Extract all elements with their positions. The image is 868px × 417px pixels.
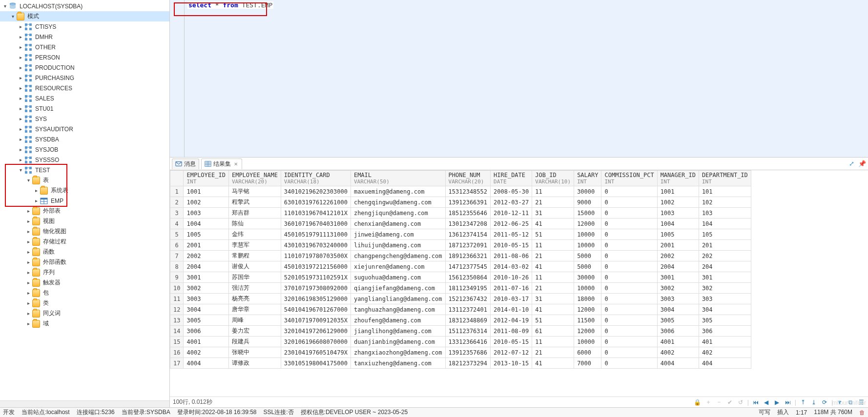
cell[interactable]: 3004 (657, 304, 699, 315)
cell[interactable]: 21 (532, 283, 574, 294)
expand-arrow[interactable] (25, 239, 31, 244)
cell[interactable]: 11500 (574, 315, 601, 326)
col-salary[interactable]: SALARYINT (574, 171, 601, 186)
expand-arrow[interactable] (18, 137, 23, 142)
object-tree[interactable]: LOCALHOST(SYSDBA)模式CTISYSDMHROTHERPERSON… (0, 0, 169, 400)
rownum-cell[interactable]: 17 (170, 358, 184, 369)
rownum-cell[interactable]: 5 (170, 229, 184, 240)
cell[interactable]: 204 (699, 261, 751, 272)
cell[interactable]: 305 (699, 315, 751, 326)
cell[interactable]: 10000 (574, 337, 601, 347)
expand-arrow[interactable] (25, 229, 31, 234)
tree-tables[interactable]: 表 (0, 175, 169, 185)
cell[interactable]: 2010-10-26 (491, 272, 532, 283)
expand-arrow[interactable] (18, 116, 23, 121)
cell[interactable]: 3002 (657, 283, 699, 294)
rownum-cell[interactable]: 11 (170, 294, 184, 304)
cell[interactable]: 34010719700912035X (281, 315, 351, 326)
cell[interactable]: 0 (601, 283, 657, 294)
cell[interactable]: 11010319670412101X (281, 208, 351, 218)
col-department_id[interactable]: DEPARTMENT_IDINT (699, 171, 751, 186)
tree-table-emp[interactable]: EMP (0, 196, 169, 206)
cell[interactable]: 2001 (657, 240, 699, 251)
table-row[interactable]: 143006姜力宏320104197206129000jianglihong@d… (170, 326, 751, 337)
cell[interactable]: 12000 (574, 326, 601, 337)
col-job_id[interactable]: JOB_IDVARCHAR(10) (532, 171, 574, 186)
cell[interactable]: zhengjiqun@dameng.com (351, 208, 445, 218)
cell[interactable]: 0 (601, 337, 657, 347)
cell[interactable]: 0 (601, 315, 657, 326)
delete-row-icon[interactable]: － (715, 398, 723, 406)
cell[interactable]: 1005 (184, 229, 228, 240)
cell[interactable]: 9000 (574, 197, 601, 208)
expand-arrow[interactable] (18, 34, 23, 40)
cell[interactable]: 2012-06-25 (491, 218, 532, 229)
tree-schema-purchasing[interactable]: PURCHASING (0, 73, 169, 83)
cell[interactable]: 11010719780703500X (281, 251, 351, 261)
tree-sys-tables[interactable]: 系统表 (0, 185, 169, 196)
rownum-cell[interactable]: 16 (170, 347, 184, 358)
cell[interactable]: 7000 (574, 358, 601, 369)
cell[interactable]: 0 (601, 218, 657, 229)
cell[interactable]: 0 (601, 240, 657, 251)
expand-arrow[interactable] (18, 55, 23, 60)
table-row[interactable]: 164002张晓中23010419760510479Xzhangxiaozhon… (170, 347, 751, 358)
tree-folder-物化视图[interactable]: 物化视图 (0, 226, 169, 237)
cell[interactable]: 1001 (657, 186, 699, 197)
expand-arrow[interactable] (18, 65, 23, 70)
tree-folder-函数[interactable]: 函数 (0, 247, 169, 257)
cell[interactable]: 2010-12-11 (491, 208, 532, 218)
cell[interactable]: 31 (532, 294, 574, 304)
col-employee_name[interactable]: EMPLOYEE_NAMEVARCHAR(20) (228, 171, 281, 186)
cell[interactable]: 13112372401 (445, 304, 490, 315)
cell[interactable]: 李慧军 (228, 240, 281, 251)
commit-icon[interactable]: ✔ (726, 398, 734, 406)
cell[interactable]: 谢俊人 (228, 261, 281, 272)
cell[interactable]: 段建兵 (228, 337, 281, 347)
cell[interactable]: tanghuazhang@dameng.com (351, 304, 445, 315)
table-row[interactable]: 103002强洁芳370107197308092000qiangjiefang@… (170, 283, 751, 294)
cell[interactable]: 2014-01-10 (491, 304, 532, 315)
cell[interactable]: 3005 (184, 315, 228, 326)
last-icon[interactable]: ⏭ (784, 398, 792, 406)
cell[interactable]: 51 (532, 229, 574, 240)
expand-arrow[interactable] (25, 321, 31, 326)
table-row[interactable]: 21002程擎武630103197612261000chengqingwu@da… (170, 197, 751, 208)
cell[interactable]: lihuijun@dameng.com (351, 240, 445, 251)
cell[interactable]: 2012-03-27 (491, 197, 532, 208)
scroll-bottom-icon[interactable]: ⤓ (810, 398, 818, 406)
cell[interactable]: 0 (601, 208, 657, 218)
cell[interactable]: 3003 (657, 294, 699, 304)
tree-schema-sys[interactable]: SYS (0, 114, 169, 124)
cell[interactable]: 202 (699, 251, 751, 261)
tree-schema-production[interactable]: PRODUCTION (0, 62, 169, 73)
expand-arrow[interactable] (18, 96, 23, 101)
expand-arrow[interactable] (18, 157, 23, 162)
cell[interactable]: 4004 (657, 358, 699, 369)
cell[interactable]: 105 (699, 229, 751, 240)
tree-folder-视图[interactable]: 视图 (0, 216, 169, 226)
cell[interactable]: 0 (601, 261, 657, 272)
cell[interactable]: 320104197206129000 (281, 326, 351, 337)
cell[interactable]: 12000 (574, 218, 601, 229)
cell[interactable]: 1004 (184, 218, 228, 229)
cell[interactable]: 2010-03-17 (491, 294, 532, 304)
cell[interactable]: 3003 (184, 294, 228, 304)
rollback-icon[interactable]: ↺ (737, 398, 744, 406)
cell[interactable]: 370107197308092000 (281, 283, 351, 294)
cell[interactable]: 320106198305129000 (281, 294, 351, 304)
col-identity_card[interactable]: IDENTITY_CARDVARCHAR(18) (281, 171, 351, 186)
cell[interactable]: jinwei@dameng.com (351, 229, 445, 240)
cell[interactable]: 10000 (574, 283, 601, 294)
cell[interactable]: 0 (601, 304, 657, 315)
cell[interactable]: 姜力宏 (228, 326, 281, 337)
expand-arrow[interactable] (25, 311, 31, 316)
cell[interactable]: 常鹏程 (228, 251, 281, 261)
table-row[interactable]: 93001苏国华52010519731102591Xsuguohua@damen… (170, 272, 751, 283)
cell[interactable]: 0 (601, 358, 657, 369)
cell[interactable]: qiangjiefang@dameng.com (351, 283, 445, 294)
cell[interactable]: 陈仙 (228, 218, 281, 229)
rownum-cell[interactable]: 9 (170, 272, 184, 283)
cell[interactable]: changpengcheng@dameng.com (351, 251, 445, 261)
cell[interactable]: 苏国华 (228, 272, 281, 283)
